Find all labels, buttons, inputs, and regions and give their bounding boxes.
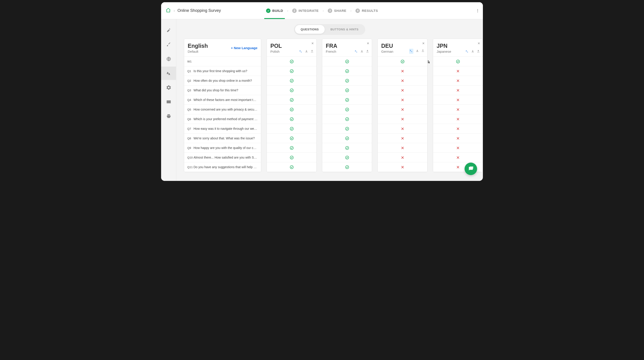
translation-status-cell[interactable] xyxy=(378,162,427,172)
close-icon[interactable]: × xyxy=(311,41,314,46)
translation-status-cell[interactable] xyxy=(378,114,427,124)
translation-status-cell[interactable] xyxy=(378,143,427,153)
translation-status-cell[interactable] xyxy=(322,134,372,143)
translate-icon[interactable]: 文A xyxy=(466,49,469,54)
translation-status-cell[interactable] xyxy=(267,114,316,124)
translation-status-cell[interactable] xyxy=(378,95,427,105)
question-row[interactable]: Q4Which of these factors are most import… xyxy=(184,95,261,105)
home-icon[interactable] xyxy=(166,7,171,14)
step-integrate[interactable]: 2 INTEGRATE xyxy=(290,2,320,19)
translate-icon[interactable]: 文A xyxy=(409,49,414,54)
translation-status-cell[interactable] xyxy=(378,134,427,143)
translation-status-cell[interactable] xyxy=(322,124,372,134)
question-key: Q6 xyxy=(187,117,194,121)
translation-status-cell[interactable] xyxy=(433,85,483,95)
subtab-questions[interactable]: QUESTIONS xyxy=(295,25,325,34)
translation-status-cell[interactable] xyxy=(267,57,316,66)
translation-status-cell[interactable] xyxy=(267,153,316,162)
translation-status-cell[interactable] xyxy=(322,66,372,76)
translation-status-cell[interactable] xyxy=(322,114,372,124)
question-row[interactable]: Q1Is this your first time shopping with … xyxy=(184,66,261,76)
translation-status-cell[interactable] xyxy=(267,95,316,105)
translate-icon[interactable]: 文A xyxy=(299,49,302,54)
translation-status-cell[interactable] xyxy=(322,162,372,172)
translation-status-cell[interactable] xyxy=(322,95,372,105)
app-window: › Online Shopping Survey BUILD › 2 INTEG… xyxy=(161,2,483,181)
translation-status-cell[interactable] xyxy=(267,105,316,114)
translation-status-cell[interactable] xyxy=(433,124,483,134)
translation-status-cell[interactable] xyxy=(322,85,372,95)
new-language-button[interactable]: + New Language xyxy=(231,46,258,50)
upload-icon[interactable] xyxy=(477,49,480,54)
translation-status-cell[interactable] xyxy=(433,153,483,162)
step-results[interactable]: 4 RESULTS xyxy=(354,2,380,19)
translation-status-cell[interactable] xyxy=(322,143,372,153)
close-icon[interactable]: × xyxy=(367,41,369,46)
translation-status-cell[interactable] xyxy=(378,105,427,114)
translation-status-cell[interactable] xyxy=(433,143,483,153)
translation-status-cell[interactable] xyxy=(433,134,483,143)
translation-status-cell[interactable] xyxy=(322,76,372,85)
translation-status-cell[interactable] xyxy=(267,143,316,153)
translation-status-cell[interactable] xyxy=(378,66,427,76)
svg-text:A: A xyxy=(301,51,302,53)
close-icon[interactable]: × xyxy=(422,41,424,46)
sidebar-item-settings[interactable] xyxy=(161,81,176,94)
more-options-icon[interactable] xyxy=(477,8,478,13)
translation-status-cell[interactable] xyxy=(267,85,316,95)
translation-status-cell[interactable] xyxy=(267,134,316,143)
download-icon[interactable] xyxy=(360,49,364,54)
download-icon[interactable] xyxy=(471,49,474,54)
question-row[interactable]: Q6Which is your preferred method of paym… xyxy=(184,114,261,124)
step-share[interactable]: 3 SHARE xyxy=(326,2,348,19)
sidebar-item-edit[interactable] xyxy=(161,24,176,37)
question-row[interactable]: Q3What did you shop for this time? xyxy=(184,85,261,95)
translation-status-cell[interactable] xyxy=(433,114,483,124)
translation-status-cell[interactable] xyxy=(433,105,483,114)
translate-icon[interactable]: 文A xyxy=(354,49,358,54)
svg-text:A: A xyxy=(168,73,170,75)
question-row[interactable]: Q2How often do you shop online in a mont… xyxy=(184,76,261,85)
question-row[interactable]: Q10Almost there... How satisfied are you… xyxy=(184,153,261,162)
translation-status-cell[interactable] xyxy=(322,153,372,162)
translation-status-cell[interactable] xyxy=(378,76,427,85)
close-icon[interactable]: × xyxy=(478,41,480,46)
chat-fab[interactable] xyxy=(464,163,477,175)
download-icon[interactable] xyxy=(416,49,419,53)
svg-point-33 xyxy=(401,60,404,63)
sidebar-item-globe[interactable] xyxy=(161,52,176,66)
translation-status-cell[interactable] xyxy=(267,162,316,172)
translation-status-cell[interactable] xyxy=(378,153,427,162)
upload-icon[interactable] xyxy=(366,49,369,54)
question-row[interactable]: Q7How easy was it to navigate through ou… xyxy=(184,124,261,134)
question-row[interactable]: Q11Do you have any suggestions that will… xyxy=(184,162,261,172)
translation-status-cell[interactable] xyxy=(267,124,316,134)
subtab-buttons-hints[interactable]: BUTTONS & HINTS xyxy=(325,25,364,34)
sidebar-item-mail[interactable] xyxy=(161,95,176,108)
question-row[interactable]: Q8We're sorry about that. What was the i… xyxy=(184,134,261,143)
translation-status-cell[interactable] xyxy=(378,124,427,134)
sidebar-item-paint[interactable] xyxy=(161,38,176,51)
translation-status-cell[interactable] xyxy=(433,66,483,76)
question-row[interactable]: Q9How happy are you with the quality of … xyxy=(184,143,261,153)
translation-status-cell[interactable] xyxy=(322,57,372,66)
question-row[interactable]: W1 xyxy=(184,57,261,66)
download-icon[interactable] xyxy=(305,49,308,54)
translation-status-cell[interactable] xyxy=(433,76,483,85)
translation-status-cell[interactable] xyxy=(433,57,483,66)
upload-icon[interactable] xyxy=(310,49,314,54)
column-english-default: English Default + New Language W1Q1Is th… xyxy=(184,39,261,172)
translation-status-cell[interactable] xyxy=(267,76,316,85)
step-build[interactable]: BUILD xyxy=(264,2,285,19)
translation-status-cell[interactable] xyxy=(267,66,316,76)
translation-status-cell[interactable] xyxy=(322,105,372,114)
translation-status-cell[interactable] xyxy=(378,57,427,66)
translation-status-cell[interactable] xyxy=(433,95,483,105)
translation-status-cell[interactable] xyxy=(378,85,427,95)
upload-icon[interactable] xyxy=(421,49,424,53)
sidebar-item-translate[interactable]: あA xyxy=(161,66,176,80)
sidebar-item-print[interactable] xyxy=(161,109,176,123)
svg-point-26 xyxy=(346,127,348,130)
question-row[interactable]: Q5How concerned are you with privacy & s… xyxy=(184,105,261,114)
language-code: POL xyxy=(270,43,313,49)
